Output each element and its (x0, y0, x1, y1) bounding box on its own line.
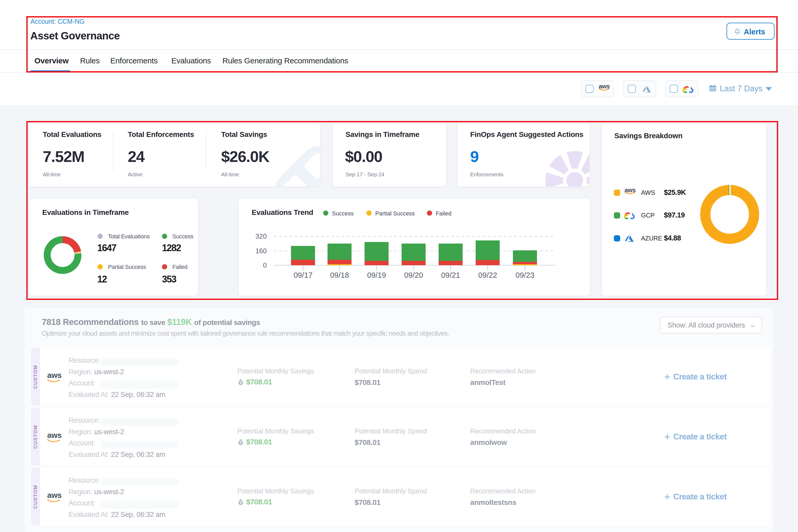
svg-text:320: 320 (255, 232, 267, 240)
svg-text:160: 160 (255, 247, 267, 255)
svg-text:09/23: 09/23 (516, 271, 535, 279)
svg-text:09/17: 09/17 (293, 271, 313, 279)
svg-text:09/20: 09/20 (404, 271, 423, 279)
svg-text:09/21: 09/21 (441, 271, 460, 279)
svg-text:0: 0 (263, 261, 267, 269)
svg-text:09/18: 09/18 (330, 271, 349, 279)
svg-text:09/22: 09/22 (478, 271, 497, 279)
svg-text:09/19: 09/19 (367, 271, 386, 279)
